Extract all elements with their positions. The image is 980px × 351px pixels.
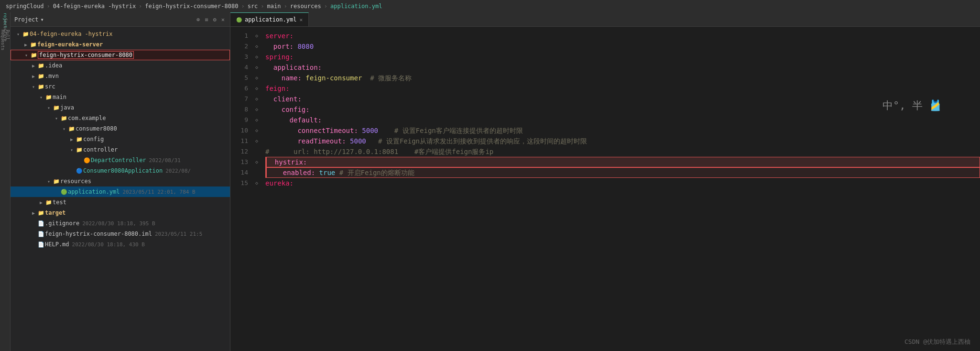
tree-label-comexample: com.example [68,115,106,121]
panel-action-sort[interactable]: ≡ [203,16,209,23]
code-line-9: default: [265,115,980,125]
tree-item-consumer8080[interactable]: ▾ 📁 consumer8080 [11,123,230,134]
file-icon-helpmd: 📄 [37,241,45,248]
tree-item-src[interactable]: ▾ 📁 src [11,81,230,92]
editor-content[interactable]: 1 2 3 4 5 6 7 8 9 10 11 12 13 14 15 [230,27,980,351]
tree-item-server[interactable]: ▶ 📁 feign-eureka-server [11,39,230,50]
code-line-12: # url: http://127.0.0.1:8081 #客户端提供feign… [265,146,980,157]
tree-arrow-consumer: ▾ [22,53,30,58]
line-num-10: 10 [234,125,248,136]
code-line-15: eureka: [265,178,980,188]
tree-label-server: feign-eureka-server [37,41,103,48]
tree-arrow-mvn: ▶ [30,74,37,79]
code-editor: 1 2 3 4 5 6 7 8 9 10 11 12 13 14 15 [230,27,980,192]
tree-item-consumer[interactable]: ▾ 📁 feign-hystrix-consumer-8080 [11,50,230,60]
tree-meta-app: 2022/08/ [165,168,191,174]
breadcrumb-item-6[interactable]: application.yml [330,3,382,10]
tree-item-java[interactable]: ▾ 📁 java [11,102,230,113]
tree-arrow-consumer8080: ▾ [60,126,68,132]
sidebar-item-pull-requests[interactable]: Pull Requests [0,35,10,45]
tree-arrow-comexample: ▾ [53,116,60,121]
folder-icon-config: 📁 [76,136,83,143]
panel-title: Project ▾ [14,16,44,23]
folder-icon-consumer: 📁 [30,52,38,58]
code-line-10: connectTimeout: 5000 # 设置Feign客户端连接提供者的超… [265,125,980,136]
tree-label-mvn: .mvn [45,73,59,79]
line-num-3: 3 [234,52,248,62]
tree-item-gitignore[interactable]: 📄 .gitignore 2022/08/30 18:18, 395 B [11,218,230,229]
breadcrumb-item-4[interactable]: main [267,3,281,10]
gutter-11: ◇ [252,136,261,146]
breadcrumb-item-5[interactable]: resources [290,3,321,10]
tree-arrow-server: ▶ [22,42,30,47]
tree-item-main[interactable]: ▾ 📁 main [11,92,230,102]
panel-action-close[interactable]: ✕ [220,16,226,23]
tree-item-mvn[interactable]: ▶ 📁 .mvn [11,71,230,81]
java-icon-depart: 🟠 [83,157,91,164]
tree-item-root[interactable]: ▾ 📁 04-feign-eureka -hystrix [11,29,230,39]
breadcrumb-item-3[interactable]: src [248,3,258,10]
tree-item-helpmd[interactable]: 📄 HELP.md 2022/08/30 18:18, 430 B [11,239,230,250]
gutter-4: ◇ [252,62,261,73]
gutter-1: ◇ [252,31,261,41]
tree-label-controller: controller [83,146,118,153]
code-line-7: client: [265,94,980,104]
tree-arrow-java: ▾ [45,105,53,110]
folder-icon-main: 📁 [45,94,53,100]
gutter-13: ◇ [252,157,261,167]
file-icon-gitignore: 📄 [37,220,45,227]
java-icon-app: 🔵 [76,168,83,174]
tree-item-controller[interactable]: ▾ 📁 controller [11,144,230,155]
folder-icon-comexample: 📁 [60,115,68,121]
gutter: ◇ ◇ ◇ ◇ ◇ ◇ ◇ ◇ ◇ ◇ ◇ ◇ ◇ [252,27,261,192]
tree-item-resources[interactable]: ▾ 📁 resources [11,176,230,186]
line-num-9: 9 [234,115,248,125]
tree-item-test[interactable]: ▶ 📁 test [11,197,230,208]
breadcrumb-item-2[interactable]: feign-hystrix-consumer-8080 [145,3,238,10]
tree-label-target: target [45,209,65,216]
code-line-4: application: [265,62,980,73]
line-num-2: 2 [234,41,248,52]
line-num-14: 14 [234,167,248,178]
tab-yaml-icon: 🟢 [236,17,242,22]
gutter-15: ◇ [252,178,261,188]
gutter-12 [252,146,261,157]
folder-icon-resources: 📁 [53,178,60,185]
tree-item-iml[interactable]: 📄 feign-hystrix-consumer-8080.iml 2023/0… [11,229,230,239]
line-num-15: 15 [234,178,248,188]
panel-action-settings[interactable]: ⚙ [212,16,218,23]
code-line-11: readTimeout: 5000 # 设置Feign从请求发出到接收到提供者的… [265,136,980,146]
breadcrumb-item-0[interactable]: springCloud [6,3,44,10]
line-num-7: 7 [234,94,248,104]
tree-meta-gitignore: 2022/08/30 18:18, 395 B [82,220,155,227]
tree-item-comexample[interactable]: ▾ 📁 com.example [11,113,230,123]
tree-item-config[interactable]: ▶ 📁 config [11,134,230,144]
code-line-2: port: 8080 [265,41,980,52]
code-line-13: hystrix: [265,157,980,167]
tree-meta-appyml: 2023/05/11 22:01, 784 B [122,189,195,195]
tab-appyml[interactable]: 🟢 application.yml ✕ [230,12,309,26]
tree-label-helpmd: HELP.md [45,241,69,248]
tree-item-appyml[interactable]: 🟢 application.yml 2023/05/11 22:01, 784 … [11,186,230,197]
tab-close-appyml[interactable]: ✕ [299,17,303,23]
folder-icon-java: 📁 [53,105,60,111]
tree-item-idea[interactable]: ▶ 📁 .idea [11,60,230,71]
tree-item-app[interactable]: 🔵 Consumer8080Application 2022/08/ [11,165,230,176]
tree-item-depart[interactable]: 🟠 DepartController 2022/08/31 [11,155,230,165]
tree-label-depart: DepartController [91,157,146,164]
tree-label-resources: resources [60,178,91,185]
panel-dropdown-arrow[interactable]: ▾ [41,16,44,23]
tree-label-gitignore: .gitignore [45,220,79,227]
breadcrumb-item-1[interactable]: 04-feign-eureka -hystrix [53,3,136,10]
folder-icon-src: 📁 [37,84,45,90]
gutter-7: ◇ [252,94,261,104]
tree-item-target[interactable]: ▶ 📁 target [11,208,230,218]
tree-label-src: src [45,83,55,90]
tree-label-iml: feign-hystrix-consumer-8080.iml [45,230,152,237]
tree-label-config: config [83,136,104,143]
code-line-3: spring: [265,52,980,62]
folder-icon-target: 📁 [37,210,45,216]
panel-action-add[interactable]: ⊕ [195,16,201,23]
folder-icon-server: 📁 [30,42,37,48]
line-numbers: 1 2 3 4 5 6 7 8 9 10 11 12 13 14 15 [230,27,252,192]
